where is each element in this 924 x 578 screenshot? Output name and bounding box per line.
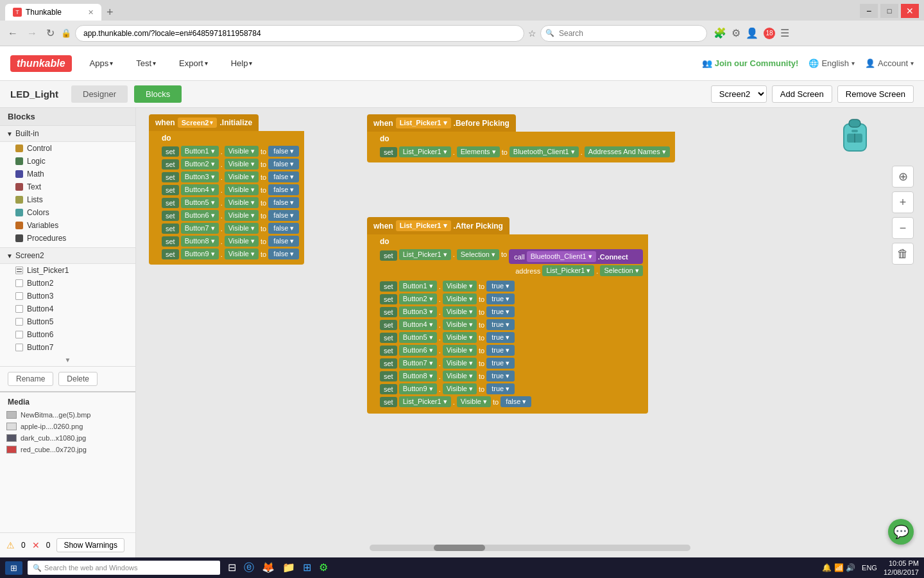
close-tab-icon[interactable]: ✕ <box>88 8 94 17</box>
bt-client1-after[interactable]: Bluetooth_Client1 ▾ <box>527 251 596 262</box>
sidebar-item-lists[interactable]: Lists <box>0 193 135 206</box>
visible-r4[interactable]: Visible ▾ <box>225 184 259 195</box>
nav-test[interactable]: Test ▾ <box>131 56 161 71</box>
canvas-scroll[interactable]: when Screen2 ▾ .Initialize do set Button… <box>136 108 924 557</box>
refresh-button[interactable]: ↻ <box>44 27 57 39</box>
search-taskbar[interactable]: 🔍 Search the web and Windows <box>28 561 220 575</box>
visible-r5[interactable]: Visible ▾ <box>225 197 259 208</box>
settings-icon[interactable]: ⚙ <box>732 27 740 39</box>
account-btn[interactable]: 👤 Account ▾ <box>865 58 914 68</box>
addr-names-prop[interactable]: Addresses And Names ▾ <box>585 146 670 157</box>
show-warnings-btn[interactable]: Show Warnings <box>56 538 124 552</box>
visible-after-9[interactable]: Visible ▾ <box>443 383 477 394</box>
nav-export[interactable]: Export ▾ <box>174 56 213 71</box>
delete-button[interactable]: Delete <box>58 372 98 386</box>
visible-lp1-false[interactable]: Visible ▾ <box>457 396 491 407</box>
visible-after-1[interactable]: Visible ▾ <box>443 281 477 292</box>
taskbar-icon-folder[interactable]: 📁 <box>282 561 295 575</box>
start-button[interactable]: ⊞ <box>5 561 22 575</box>
bt-client1-before[interactable]: Bluetooth_Client1 ▾ <box>509 146 579 157</box>
btn9-comp[interactable]: Button9 ▾ <box>181 249 219 259</box>
builtin-group-header[interactable]: ▼ Built-in <box>0 126 135 142</box>
lp1-selection-addr[interactable]: List_Picker1 ▾ <box>542 265 594 276</box>
rename-button[interactable]: Rename <box>8 372 53 386</box>
true-after-9[interactable]: true ▾ <box>486 383 515 394</box>
sidebar-item-variables[interactable]: Variables <box>0 219 135 232</box>
true-after-2[interactable]: true ▾ <box>486 293 515 304</box>
nav-apps[interactable]: Apps ▾ <box>85 56 119 71</box>
canvas-scrollbar[interactable] <box>370 545 690 551</box>
false-val-r1[interactable]: false ▾ <box>268 146 299 157</box>
minimize-button[interactable]: − <box>860 4 878 18</box>
visible-prop-r2[interactable]: Visible ▾ <box>225 159 259 170</box>
false-r7[interactable]: false ▾ <box>268 223 299 234</box>
trash-tool[interactable]: 🗑 <box>892 243 914 265</box>
visible-r8[interactable]: Visible ▾ <box>225 236 259 247</box>
sidebar-item-text[interactable]: Text <box>0 180 135 193</box>
address-input[interactable] <box>75 25 524 42</box>
sidebar-item-control[interactable]: Control <box>0 142 135 155</box>
after-btn3[interactable]: Button3 ▾ <box>399 306 437 317</box>
btn8-comp[interactable]: Button8 ▾ <box>181 236 219 247</box>
taskbar-icon-task[interactable]: ⊟ <box>228 561 236 575</box>
comp-button6[interactable]: Button6 <box>0 328 135 341</box>
bookmark-button[interactable]: ☆ <box>528 28 536 39</box>
true-after-8[interactable]: true ▾ <box>486 371 515 381</box>
zoom-out-tool[interactable]: − <box>892 217 914 239</box>
visible-after-3[interactable]: Visible ▾ <box>443 306 477 317</box>
extensions-icon[interactable]: 🧩 <box>714 27 726 39</box>
add-screen-btn[interactable]: Add Screen <box>772 85 832 103</box>
after-btn8[interactable]: Button8 ▾ <box>399 371 437 381</box>
comp-button3[interactable]: Button3 <box>0 290 135 302</box>
chat-button[interactable]: 💬 <box>888 519 914 545</box>
true-after-5[interactable]: true ▾ <box>486 332 515 343</box>
btn4-comp[interactable]: Button4 ▾ <box>181 184 219 195</box>
false-r4[interactable]: false ▾ <box>268 184 299 195</box>
back-button[interactable]: ← <box>5 28 21 39</box>
nav-help[interactable]: Help ▾ <box>226 56 258 71</box>
after-btn4[interactable]: Button4 ▾ <box>399 319 437 330</box>
visible-prop-r1[interactable]: Visible ▾ <box>225 146 259 157</box>
false-r9[interactable]: false ▾ <box>268 249 299 259</box>
new-tab-button[interactable]: + <box>101 4 119 21</box>
browser-search-input[interactable] <box>540 25 707 42</box>
lp1-before-btn[interactable]: List_Picker1 ▾ <box>396 118 451 128</box>
close-browser-button[interactable]: ✕ <box>901 4 919 18</box>
sidebar-item-procedures[interactable]: Procedures <box>0 232 135 245</box>
comp-button4[interactable]: Button4 <box>0 302 135 315</box>
join-community-btn[interactable]: 👥 Join our Community! <box>702 58 799 68</box>
taskbar-icon-win[interactable]: ⊞ <box>303 561 311 575</box>
after-btn7[interactable]: Button7 ▾ <box>399 358 437 369</box>
visible-after-6[interactable]: Visible ▾ <box>443 345 477 356</box>
after-btn1[interactable]: Button1 ▾ <box>399 281 437 292</box>
true-after-6[interactable]: true ▾ <box>486 345 515 356</box>
screen2-group-header[interactable]: ▼ Screen2 <box>0 247 135 264</box>
media-item-3[interactable]: red_cube...0x720.jpg <box>0 444 135 455</box>
taskbar-icon-firefox[interactable]: 🦊 <box>262 561 275 575</box>
false-r6[interactable]: false ▾ <box>268 210 299 221</box>
visible-after-2[interactable]: Visible ▾ <box>443 293 477 304</box>
active-tab[interactable]: T Thunkable ✕ <box>5 4 101 21</box>
comp-button2[interactable]: Button2 <box>0 277 135 290</box>
maximize-button[interactable]: □ <box>880 4 898 18</box>
language-btn[interactable]: 🌐 English ▾ <box>809 58 855 68</box>
after-btn9[interactable]: Button9 ▾ <box>399 383 437 394</box>
btn2-comp-r2[interactable]: Button2 ▾ <box>181 159 219 170</box>
btn3-comp[interactable]: Button3 ▾ <box>181 171 219 182</box>
visible-r7[interactable]: Visible ▾ <box>225 223 259 234</box>
after-btn6[interactable]: Button6 ▾ <box>399 345 437 356</box>
false-lp1[interactable]: false ▾ <box>501 396 531 407</box>
lp1-false-comp[interactable]: List_Picker1 ▾ <box>399 396 451 407</box>
false-r5[interactable]: false ▾ <box>268 197 299 208</box>
btn5-comp[interactable]: Button5 ▾ <box>181 197 219 208</box>
btn6-comp[interactable]: Button6 ▾ <box>181 210 219 221</box>
true-after-3[interactable]: true ▾ <box>486 306 515 317</box>
media-item-2[interactable]: dark_cub...x1080.jpg <box>0 432 135 444</box>
lp1-after-comp[interactable]: List_Picker1 ▾ <box>399 249 451 260</box>
lp1-comp-before[interactable]: List_Picker1 ▾ <box>399 146 451 157</box>
sidebar-item-colors[interactable]: Colors <box>0 206 135 219</box>
menu-icon[interactable]: ☰ <box>780 27 789 39</box>
profile-icon[interactable]: 👤 <box>746 27 758 39</box>
selection-prop[interactable]: Selection ▾ <box>457 249 499 260</box>
comp-button5[interactable]: Button5 <box>0 315 135 328</box>
